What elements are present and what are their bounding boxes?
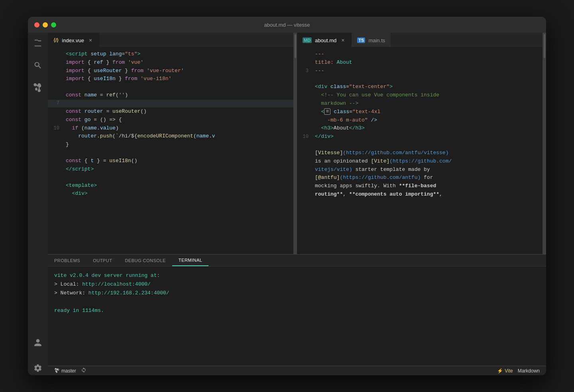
code-line: const router = useRouter() bbox=[48, 108, 293, 116]
status-left: master bbox=[54, 367, 86, 374]
panel-tab-problems[interactable]: PROBLEMS bbox=[48, 255, 86, 266]
vscode-window: about.md — vitesse bbox=[28, 17, 546, 375]
terminal-ready-text: ready in 1114ms. bbox=[54, 308, 104, 314]
code-line: import { ref } from 'vue' bbox=[48, 59, 293, 67]
tab-index-vue[interactable]: ⟨/⟩ index.vue × bbox=[48, 33, 99, 47]
code-line: <div class="text-center"> bbox=[297, 83, 543, 91]
terminal-prefix-network: > Network: bbox=[54, 290, 88, 296]
terminal-line-blank bbox=[54, 298, 540, 306]
scrollbar-thumb bbox=[295, 34, 296, 58]
settings-icon[interactable] bbox=[31, 361, 45, 375]
tab-label-main-ts: main.ts bbox=[368, 37, 385, 43]
terminal-line-4: ready in 1114ms. bbox=[54, 306, 540, 315]
terminal-line-2: > Local: http://localhost:4000/ bbox=[54, 280, 540, 289]
window-title: about.md — vitesse bbox=[264, 22, 310, 28]
terminal-prefix-local: > Local: bbox=[54, 281, 82, 287]
code-line: import { useRouter } from 'vue-router' bbox=[48, 67, 293, 75]
code-line: mocking apps swiftly. With **file-based bbox=[297, 182, 543, 190]
main-layout: ⟨/⟩ index.vue × <script setup lang="ts"> bbox=[28, 33, 546, 375]
code-line: <script setup lang="ts"> bbox=[48, 50, 293, 59]
branch-info[interactable]: master bbox=[54, 368, 76, 374]
ts-tab-icon: TS bbox=[357, 37, 365, 43]
code-line: router.push(`/hi/${encodeURIComponent(na… bbox=[48, 132, 293, 141]
code-line: const { t } = useI18n() bbox=[48, 157, 293, 165]
code-line bbox=[48, 83, 293, 91]
right-scrollbar[interactable] bbox=[543, 33, 546, 254]
terminal-content[interactable]: vite v2.0.4 dev server running at: > Loc… bbox=[48, 267, 546, 366]
terminal-text: vite v2.0.4 dev server running at: bbox=[54, 272, 160, 278]
titlebar: about.md — vitesse bbox=[28, 17, 546, 33]
code-line: 7 bbox=[48, 100, 293, 108]
traffic-lights bbox=[34, 22, 56, 27]
code-line: } bbox=[48, 141, 293, 149]
vite-bolt-icon: ⚡ bbox=[497, 368, 503, 374]
code-line: </script> bbox=[48, 165, 293, 174]
code-line: is an opinionated [Vite](https://github.… bbox=[297, 157, 543, 166]
panel-tab-debug-console[interactable]: DEBUG CONSOLE bbox=[118, 255, 172, 266]
left-tab-bar: ⟨/⟩ index.vue × bbox=[48, 33, 293, 47]
code-line: const name = ref('') bbox=[48, 91, 293, 100]
panel-tabs: PROBLEMS OUTPUT DEBUG CONSOLE TERMINAL bbox=[48, 255, 546, 267]
terminal-line-1: vite v2.0.4 dev server running at: bbox=[54, 271, 540, 280]
source-control-icon[interactable] bbox=[31, 80, 45, 95]
left-editor-panel: ⟨/⟩ index.vue × <script setup lang="ts"> bbox=[48, 33, 294, 254]
account-icon[interactable] bbox=[31, 335, 45, 350]
bottom-panel: PROBLEMS OUTPUT DEBUG CONSOLE TERMINAL v… bbox=[48, 254, 546, 366]
md-tab-icon: MD bbox=[303, 37, 312, 43]
terminal-url-local: http://localhost:4000/ bbox=[82, 281, 151, 287]
editor-panels: ⟨/⟩ index.vue × <script setup lang="ts"> bbox=[48, 33, 546, 254]
editor-container: ⟨/⟩ index.vue × <script setup lang="ts"> bbox=[48, 33, 546, 375]
terminal-line-3: > Network: http://192.168.2.234:4000/ bbox=[54, 289, 540, 298]
tab-label-index-vue: index.vue bbox=[62, 37, 84, 43]
code-line: --- bbox=[297, 50, 543, 59]
code-line: [Vitesse](https://github.com/antfu/vites… bbox=[297, 149, 543, 157]
code-line: <div> bbox=[48, 190, 293, 198]
activity-bar bbox=[28, 33, 48, 375]
maximize-button[interactable] bbox=[51, 22, 56, 27]
branch-name: master bbox=[61, 368, 76, 374]
code-line: [@antfu](https://github.com/antfu) for bbox=[297, 174, 543, 182]
right-code-area[interactable]: --- title: About 3 --- bbox=[297, 47, 543, 254]
right-tab-bar: MD about.md × TS main.ts bbox=[297, 33, 543, 47]
status-right: ⚡ Vite Markdown bbox=[497, 368, 540, 374]
code-line bbox=[297, 141, 543, 149]
left-scrollbar[interactable] bbox=[294, 33, 297, 254]
left-code-area[interactable]: <script setup lang="ts"> import { ref } … bbox=[48, 47, 293, 254]
code-line: markdown --> bbox=[297, 100, 543, 108]
files-icon[interactable] bbox=[31, 36, 45, 50]
search-icon[interactable] bbox=[31, 58, 45, 73]
scrollbar-thumb-right bbox=[544, 34, 545, 58]
tab-close-about-md[interactable]: × bbox=[340, 37, 346, 43]
panel-tab-terminal[interactable]: TERMINAL bbox=[172, 255, 209, 266]
panel-tab-output[interactable]: OUTPUT bbox=[86, 255, 118, 266]
code-line: import { useI18n } from 'vue-i18n' bbox=[48, 75, 293, 83]
vite-label: Vite bbox=[505, 368, 513, 374]
vitesse-tab-icon: ⟨/⟩ bbox=[53, 37, 59, 43]
code-line: 10 if (name.value) bbox=[48, 124, 293, 133]
tab-label-about-md: about.md bbox=[315, 37, 336, 43]
code-line: routing**, **components auto importing**… bbox=[297, 190, 543, 199]
code-line: <template> bbox=[48, 182, 293, 190]
minimize-button[interactable] bbox=[43, 22, 48, 27]
terminal-url-network: http://192.168.2.234:4000/ bbox=[88, 290, 169, 296]
code-line bbox=[297, 75, 543, 83]
code-line: 3 --- bbox=[297, 67, 543, 75]
code-line: <!-- You can use Vue components inside bbox=[297, 91, 543, 100]
code-line bbox=[48, 149, 293, 157]
right-editor-panel: MD about.md × TS main.ts --- bbox=[297, 33, 543, 254]
close-button[interactable] bbox=[34, 22, 39, 27]
language-mode[interactable]: Markdown bbox=[518, 368, 540, 374]
tab-about-md[interactable]: MD about.md × bbox=[297, 33, 352, 47]
code-line: const go = () => { bbox=[48, 116, 293, 124]
status-bar: master ⚡ Vite Markdown bbox=[48, 366, 546, 375]
code-line: title: About bbox=[297, 59, 543, 67]
tab-close-index-vue[interactable]: × bbox=[87, 37, 94, 43]
code-line: <h3>About</h3> bbox=[297, 124, 543, 133]
code-line: -mb-6 m-auto" /> bbox=[297, 116, 543, 125]
sync-icon[interactable] bbox=[81, 367, 86, 374]
tab-main-ts[interactable]: TS main.ts bbox=[352, 33, 391, 47]
vite-status[interactable]: ⚡ Vite bbox=[497, 368, 513, 374]
code-line: 10 </div> bbox=[297, 133, 543, 141]
code-line: <⊞ class="text-4xl bbox=[297, 108, 543, 116]
branch-icon bbox=[54, 368, 60, 374]
